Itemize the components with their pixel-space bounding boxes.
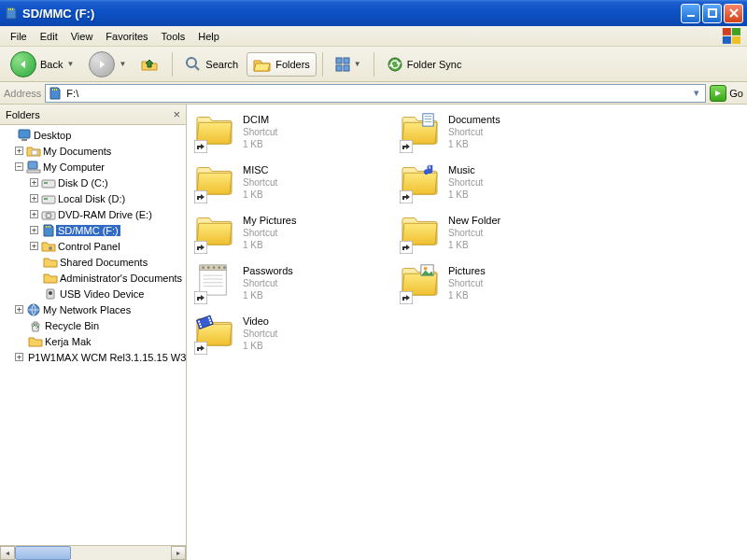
- file-icon: [194, 211, 239, 256]
- sidebar-hscrollbar[interactable]: ◂ ▸: [0, 545, 186, 560]
- recycle-icon: [28, 318, 43, 333]
- tree-dvd[interactable]: +DVD-RAM Drive (E:): [0, 206, 186, 222]
- minimize-button[interactable]: [681, 4, 700, 23]
- tree-network[interactable]: +My Network Places: [0, 301, 186, 317]
- file-item[interactable]: PicturesShortcut1 KB: [400, 261, 605, 310]
- close-button[interactable]: [724, 4, 743, 23]
- tree-cpanel[interactable]: +Control Panel: [0, 238, 186, 254]
- file-size: 1 KB: [448, 138, 500, 150]
- mydocs-icon: [26, 144, 41, 159]
- tree-p1w[interactable]: +P1W1MAX WCM Rel3.1.15.15 W32: [0, 349, 186, 365]
- menu-bar: File Edit View Favorites Tools Help: [0, 26, 747, 47]
- address-input[interactable]: [63, 87, 690, 100]
- shortcut-overlay-icon: [194, 241, 207, 254]
- expand-icon[interactable]: +: [30, 226, 38, 234]
- address-bar: Address ▾ Go: [0, 82, 747, 105]
- forward-button[interactable]: ▼: [82, 48, 133, 81]
- title-bar: SD/MMC (F:): [0, 0, 747, 26]
- scroll-left-button[interactable]: ◂: [0, 546, 15, 560]
- expand-icon[interactable]: +: [30, 210, 38, 218]
- chevron-down-icon: ▼: [354, 60, 361, 68]
- maximize-button[interactable]: [702, 4, 722, 23]
- tree-mydocs[interactable]: +My Documents: [0, 143, 186, 159]
- chevron-down-icon[interactable]: ▾: [690, 87, 703, 99]
- cpanel-icon: [41, 239, 56, 254]
- menu-favorites[interactable]: Favorites: [99, 29, 154, 44]
- expand-icon[interactable]: +: [30, 242, 38, 250]
- up-button[interactable]: [134, 52, 166, 77]
- usb-icon: [43, 287, 58, 301]
- tree-admin[interactable]: Administrator's Documents: [0, 270, 186, 286]
- tree-recycle[interactable]: Recycle Bin: [0, 317, 186, 333]
- file-icon: [194, 261, 239, 306]
- folder-tree[interactable]: Desktop +My Documents −My Computer +Disk…: [0, 125, 186, 545]
- shortcut-overlay-icon: [194, 140, 207, 153]
- expand-icon[interactable]: +: [15, 147, 23, 155]
- file-name: DCIM: [243, 114, 277, 126]
- expand-icon[interactable]: +: [15, 353, 23, 361]
- tree-sdmmc[interactable]: +SD/MMC (F:): [0, 222, 186, 238]
- menu-tools[interactable]: Tools: [155, 29, 192, 44]
- foldersync-button[interactable]: Folder Sync: [380, 52, 469, 77]
- shortcut-overlay-icon: [194, 342, 207, 355]
- file-size: 1 KB: [243, 189, 277, 201]
- file-item[interactable]: MusicShortcut1 KB: [400, 161, 605, 209]
- file-item[interactable]: DocumentsShortcut1 KB: [400, 110, 605, 159]
- sync-icon: [387, 56, 403, 73]
- folder-icon: [43, 271, 58, 286]
- file-list[interactable]: DCIMShortcut1 KBDocumentsShortcut1 KBMIS…: [187, 105, 747, 560]
- file-size: 1 KB: [243, 340, 277, 352]
- search-icon: [185, 56, 202, 73]
- menu-help[interactable]: Help: [191, 29, 226, 44]
- close-panel-button[interactable]: ×: [173, 107, 180, 121]
- tree-desktop[interactable]: Desktop: [0, 127, 186, 143]
- file-item[interactable]: VideoShortcut1 KB: [194, 312, 400, 360]
- menu-file[interactable]: File: [4, 29, 34, 44]
- file-type: Shortcut: [448, 126, 500, 138]
- address-box[interactable]: ▾: [45, 84, 706, 103]
- file-icon: [400, 161, 444, 205]
- file-size: 1 KB: [243, 239, 296, 251]
- file-item[interactable]: New FolderShortcut1 KB: [400, 211, 605, 259]
- drive-icon: [48, 86, 63, 101]
- file-item[interactable]: PasswordsShortcut1 KB: [194, 261, 400, 310]
- desktop-icon: [17, 128, 32, 143]
- tree-diskc[interactable]: +Disk D (C:): [0, 175, 186, 190]
- tree-kerja[interactable]: Kerja Mak: [0, 333, 186, 349]
- toolbar: Back ▼ ▼ Search Folders ▼ Folder Sync: [0, 47, 747, 82]
- menu-edit[interactable]: Edit: [34, 29, 64, 44]
- file-icon: [400, 261, 444, 306]
- file-name: Passwords: [243, 265, 293, 277]
- file-item[interactable]: My PicturesShortcut1 KB: [194, 211, 400, 259]
- file-type: Shortcut: [243, 227, 296, 239]
- file-type: Shortcut: [243, 277, 293, 289]
- window-title: SD/MMC (F:): [22, 7, 681, 21]
- shortcut-overlay-icon: [400, 140, 413, 153]
- views-button[interactable]: ▼: [329, 53, 368, 76]
- go-button[interactable]: Go: [710, 85, 743, 102]
- folders-button[interactable]: Folders: [247, 52, 317, 77]
- scroll-thumb[interactable]: [15, 546, 71, 560]
- menu-view[interactable]: View: [64, 29, 100, 44]
- file-size: 1 KB: [243, 138, 277, 150]
- file-icon: [400, 211, 444, 256]
- tree-diskd[interactable]: +Local Disk (D:): [0, 190, 186, 206]
- search-button[interactable]: Search: [178, 52, 245, 77]
- file-item[interactable]: MISCShortcut1 KB: [194, 161, 400, 209]
- file-item[interactable]: DCIMShortcut1 KB: [194, 110, 400, 159]
- file-icon: [194, 161, 239, 205]
- tree-mycomputer[interactable]: −My Computer: [0, 159, 186, 175]
- tree-usb[interactable]: USB Video Device: [0, 286, 186, 301]
- file-name: My Pictures: [243, 215, 296, 227]
- tree-shared[interactable]: Shared Documents: [0, 254, 186, 270]
- windows-logo-icon: [721, 28, 743, 45]
- back-button[interactable]: Back ▼: [4, 48, 80, 81]
- collapse-icon[interactable]: −: [15, 162, 23, 171]
- expand-icon[interactable]: +: [15, 305, 23, 314]
- folders-sidebar: Folders × Desktop +My Documents −My Comp…: [0, 105, 187, 560]
- file-size: 1 KB: [448, 289, 486, 301]
- expand-icon[interactable]: +: [30, 194, 38, 203]
- file-type: Shortcut: [448, 176, 483, 189]
- expand-icon[interactable]: +: [30, 178, 38, 187]
- scroll-right-button[interactable]: ▸: [171, 546, 186, 560]
